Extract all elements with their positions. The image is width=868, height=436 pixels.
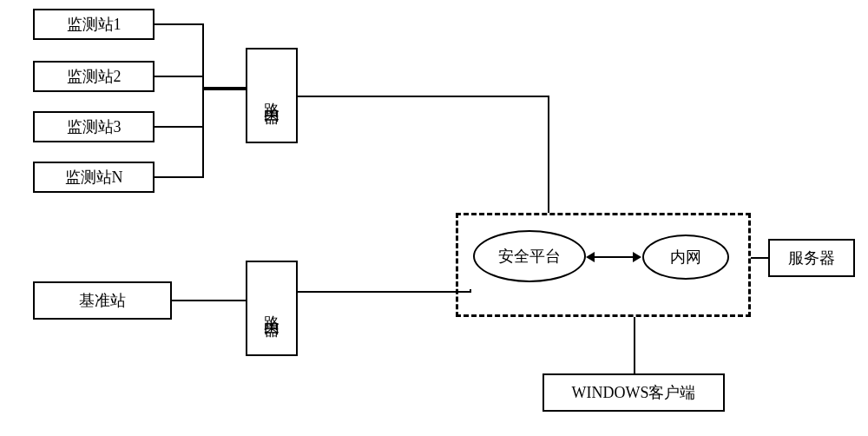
station-1-label: 监测站1	[67, 14, 122, 35]
intranet-label: 内网	[670, 247, 701, 268]
security-platform-label: 安全平台	[498, 246, 561, 267]
router-bottom-box: 路由器	[246, 261, 298, 356]
bidir-arrow	[588, 256, 640, 258]
base-station-box: 基准站	[33, 281, 172, 320]
conn-intranet-server	[751, 257, 768, 259]
router-bottom-label: 路由器	[261, 303, 282, 314]
station-n-box: 监测站N	[33, 162, 155, 193]
station-bus	[202, 23, 204, 178]
station-n-label: 监测站N	[65, 167, 123, 188]
server-box: 服务器	[768, 239, 855, 277]
conn-base-router	[172, 300, 246, 301]
intranet-ellipse: 内网	[642, 235, 729, 280]
security-platform-ellipse: 安全平台	[473, 230, 586, 282]
conn-router-top-v	[548, 96, 549, 213]
station-3-label: 监测站3	[67, 116, 122, 137]
router-top-box: 路由器	[246, 48, 298, 143]
conn-s2-bus	[155, 76, 202, 77]
conn-router-top-h	[298, 96, 549, 97]
station-1-box: 监测站1	[33, 9, 155, 40]
conn-router-bottom-h	[298, 291, 471, 293]
conn-s3-bus	[155, 126, 202, 128]
conn-sn-bus	[155, 176, 202, 178]
station-3-box: 监测站3	[33, 111, 155, 142]
station-2-label: 监测站2	[67, 66, 122, 87]
server-label: 服务器	[788, 248, 835, 268]
router-top-label: 路由器	[261, 90, 282, 101]
base-station-label: 基准站	[79, 290, 126, 311]
windows-client-label: WINDOWS客户端	[572, 382, 696, 403]
conn-bus-router	[202, 87, 246, 90]
station-2-box: 监测站2	[33, 61, 155, 92]
windows-client-box: WINDOWS客户端	[542, 373, 725, 412]
conn-s1-bus	[155, 23, 202, 25]
conn-platform-client	[634, 317, 635, 373]
